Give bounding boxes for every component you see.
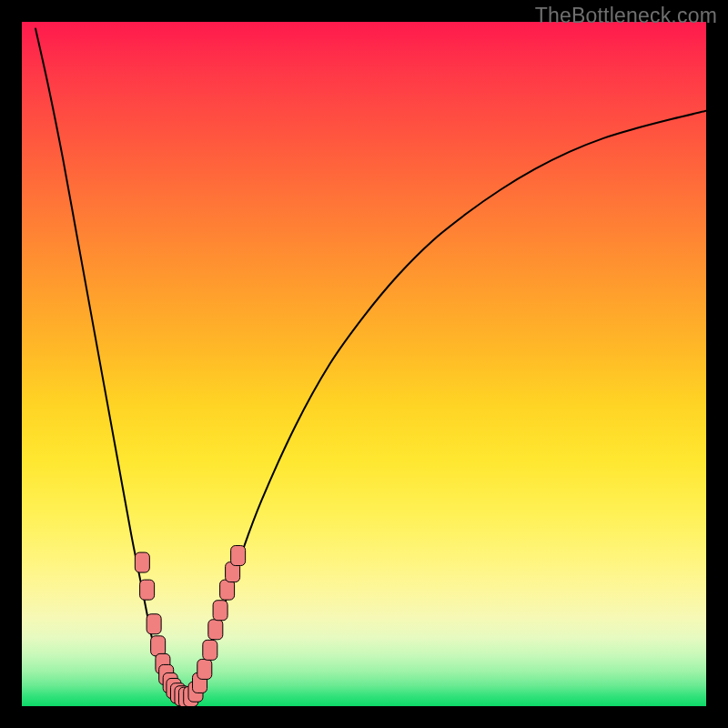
chart-svg (22, 22, 706, 706)
data-marker (231, 546, 246, 566)
chart-frame: TheBottleneck.com (0, 0, 728, 728)
plot-area (22, 22, 706, 706)
marker-layer (135, 546, 245, 706)
data-marker (208, 620, 223, 640)
data-marker (147, 614, 161, 634)
data-marker (220, 580, 235, 600)
data-marker (151, 636, 166, 656)
data-marker (203, 640, 217, 660)
curve-layer (35, 29, 706, 698)
series-right-curve (193, 111, 706, 696)
data-marker (197, 659, 212, 679)
data-marker (135, 552, 149, 572)
data-marker (213, 601, 228, 621)
series-left-curve (35, 29, 179, 696)
data-marker (140, 580, 155, 600)
watermark-text: TheBottleneck.com (535, 4, 717, 28)
